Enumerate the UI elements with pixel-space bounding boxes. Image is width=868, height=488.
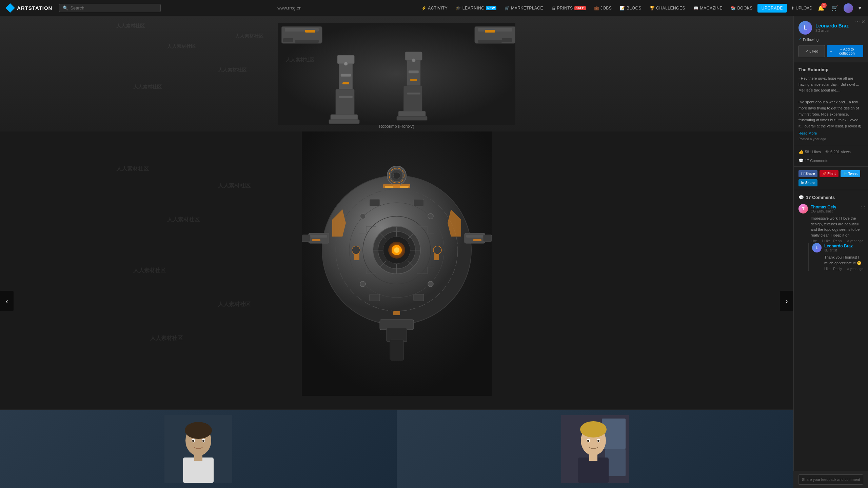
- reply-actions-leonardo: Like Reply a year ago: [824, 267, 863, 271]
- reply-time-leonardo: a year ago: [847, 267, 863, 271]
- svg-rect-90: [164, 415, 232, 483]
- nav-item-books[interactable]: 📚 BOOKS: [727, 4, 756, 13]
- person-2-svg: [561, 415, 629, 483]
- svg-rect-6: [341, 74, 351, 77]
- liked-button[interactable]: ✓ Liked: [798, 45, 825, 57]
- comments-section: 💬 17 Comments ⋮ T Thomas Gely CG Enthusi…: [794, 190, 868, 280]
- comment-reply-item: ⋮ L Leonardo Braz 3D artist Thank you Th…: [808, 243, 863, 271]
- watermark-5: 人人素材社区: [235, 33, 263, 39]
- add-collection-button[interactable]: + + Add to collection: [827, 45, 863, 57]
- nav-item-challenges[interactable]: 🏆 CHALLENGES: [646, 4, 689, 13]
- share-pinterest-button[interactable]: 📌 Pin it: [820, 170, 838, 177]
- right-sidebar: ⋯ ✕ L Leonardo Braz 3D artist ✓ Followin…: [793, 16, 868, 488]
- svg-point-74: [352, 246, 360, 254]
- mech-sphere-svg: [302, 131, 492, 396]
- nav-item-activity[interactable]: ⚡ ACTIVITY: [418, 4, 451, 13]
- cart-button[interactable]: 🛒: [830, 3, 840, 13]
- svg-rect-59: [466, 235, 483, 238]
- nav-item-upgrade[interactable]: UPGRADE: [757, 4, 787, 13]
- comment-input[interactable]: [798, 474, 863, 485]
- user-menu-chevron[interactable]: ▾: [857, 3, 863, 13]
- url-bar: www.rrcg.cn: [165, 5, 414, 11]
- svg-rect-68: [370, 294, 380, 301]
- video-placeholder-2: [397, 410, 793, 488]
- reply-header-leonardo: L Leonardo Braz 3D artist: [812, 243, 863, 252]
- artwork-title: The Roborimp: [798, 67, 863, 72]
- share-linkedin-button[interactable]: in Share: [798, 179, 817, 186]
- svg-rect-12: [403, 86, 422, 115]
- sale-badge: SALE: [574, 6, 586, 10]
- card-actions: ✓ Liked + + Add to collection: [798, 45, 863, 57]
- commenter-info-thomas: Thomas Gely CG Enthusiast: [811, 205, 836, 213]
- reply-author-leonardo[interactable]: Leonardo Braz: [824, 244, 853, 248]
- nav-item-jobs[interactable]: 💼 JOBS: [591, 4, 615, 13]
- commenter-role-thomas: CG Enthusiast: [811, 209, 836, 213]
- svg-point-100: [587, 440, 589, 442]
- video-placeholder-1: [0, 410, 397, 488]
- svg-point-75: [433, 246, 441, 254]
- nav-item-blogs[interactable]: 📝 BLOGS: [616, 4, 645, 13]
- user-avatar-nav[interactable]: [844, 3, 853, 13]
- nav-item-prints[interactable]: 🖨 PRINTS SALE: [548, 4, 589, 13]
- artist-avatar: L: [798, 21, 812, 35]
- search-box[interactable]: 🔍: [59, 4, 161, 12]
- books-icon: 📚: [731, 6, 736, 11]
- reply-reply-button[interactable]: Reply: [833, 267, 842, 271]
- svg-rect-67: [414, 199, 424, 206]
- artist-card: ⋯ ✕ L Leonardo Braz 3D artist ✓ Followin…: [794, 16, 868, 62]
- svg-rect-3: [336, 89, 354, 118]
- comments-icon: 💬: [798, 195, 804, 200]
- svg-rect-78: [390, 340, 403, 360]
- challenges-icon: 🏆: [650, 6, 655, 11]
- card-more-button[interactable]: ⋯: [855, 19, 860, 24]
- svg-point-52: [360, 281, 366, 287]
- share-twitter-button[interactable]: 🐦 Tweet: [841, 170, 861, 177]
- nav-item-learning[interactable]: 🎓 LEARNING NEW: [452, 4, 499, 13]
- nav-item-magazine[interactable]: 📖 MAGAZINE: [690, 4, 726, 13]
- watermark-3: 人人素材社区: [218, 67, 246, 73]
- artwork-description: - Hey there guys, hope we all are having…: [798, 76, 863, 129]
- svg-point-53: [428, 281, 433, 287]
- card-close-button[interactable]: ✕: [861, 19, 865, 24]
- svg-point-18: [412, 59, 415, 62]
- wm-1: 人人素材社区: [116, 165, 149, 172]
- reply-info-leonardo: Leonardo Braz 3D artist: [824, 244, 853, 252]
- upload-button[interactable]: ⬆ UPLOAD: [791, 6, 812, 11]
- nav-right: ⬆ UPLOAD 🔔 2 🛒 ▾: [791, 3, 863, 13]
- reply-comment-button[interactable]: Reply: [833, 239, 842, 243]
- like-reply-button[interactable]: Like: [824, 267, 830, 271]
- comments-count: 17 Comments: [805, 159, 828, 163]
- reply-role-leonardo: 3D artist: [824, 248, 853, 252]
- svg-rect-26: [502, 38, 512, 42]
- wm-3: 人人素材社区: [133, 267, 166, 274]
- commenter-name-thomas[interactable]: Thomas Gely: [811, 205, 836, 209]
- likes-stat: 👍 581 Likes: [798, 149, 821, 154]
- comment-actions-thomas: Like · 1 Like Reply a year ago: [811, 239, 863, 243]
- notification-badge: 2: [821, 3, 827, 8]
- comment-input-area: [793, 471, 868, 488]
- artwork-caption: Roborimp (Front-V): [379, 124, 414, 129]
- prev-artwork-button[interactable]: ‹: [0, 291, 14, 311]
- comment-header: T Thomas Gely CG Enthusiast: [798, 204, 863, 214]
- reply-text-leonardo: Thank you Thomas! I much appreciate it! …: [824, 255, 863, 266]
- video-panel-1: [0, 410, 397, 488]
- nav-item-marketplace[interactable]: 🛒 MARKETPLACE: [501, 4, 547, 13]
- svg-rect-21: [283, 38, 293, 42]
- svg-rect-28: [485, 30, 495, 33]
- svg-rect-69: [414, 294, 424, 301]
- comments-stat: 💬 17 Comments: [798, 158, 828, 163]
- like-comment-button[interactable]: Like: [811, 239, 817, 243]
- search-input[interactable]: [70, 5, 157, 11]
- share-facebook-button[interactable]: f f Share: [798, 170, 817, 177]
- logo[interactable]: ARTSTATION: [5, 3, 52, 13]
- reply-more-button[interactable]: ⋮: [863, 204, 867, 209]
- wm-2: 人人素材社区: [167, 216, 200, 223]
- search-icon: 🔍: [63, 5, 68, 11]
- views-count: 6,291 Views: [830, 150, 851, 154]
- next-artwork-button[interactable]: ›: [780, 291, 793, 311]
- read-more-link[interactable]: Read More: [798, 131, 863, 135]
- svg-rect-61: [473, 239, 481, 241]
- artist-card-header: L Leonardo Braz 3D artist: [798, 21, 863, 35]
- like-count-thomas: · 1 Like: [820, 239, 830, 243]
- notifications-button[interactable]: 🔔 2: [816, 3, 826, 13]
